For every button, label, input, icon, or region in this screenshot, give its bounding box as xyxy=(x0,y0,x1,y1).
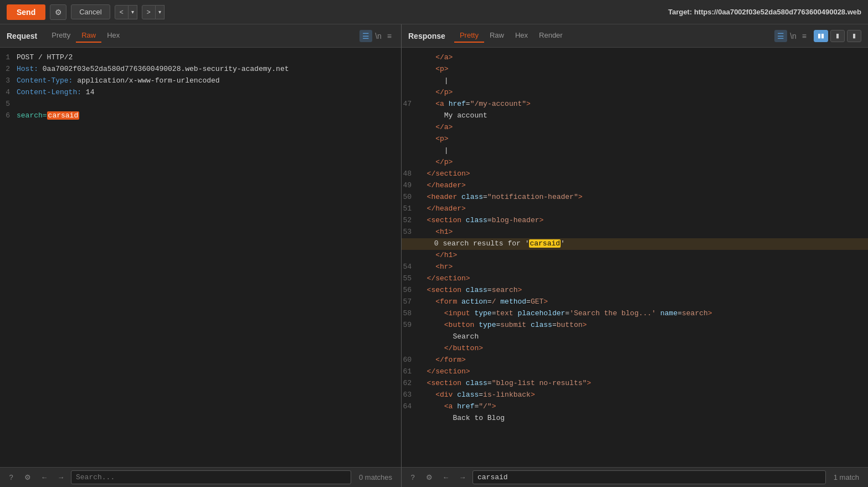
line-number: 56 xyxy=(402,285,418,296)
nav-fwd-group: > ▾ xyxy=(142,5,165,19)
table-row: 57 <form action=/ method=GET> xyxy=(402,296,868,308)
line-number: 5 xyxy=(0,99,17,110)
response-panel: Response Pretty Raw Hex Render ☰ \n ≡ ▮▮… xyxy=(402,24,868,487)
line-content: </section> xyxy=(418,273,868,285)
line-content: <hr> xyxy=(418,262,868,273)
line-content: </p> xyxy=(418,87,868,99)
table-row: 55 </section> xyxy=(402,273,868,285)
response-panel-header: Response Pretty Raw Hex Render ☰ \n ≡ ▮▮… xyxy=(402,24,868,48)
line-content: My account xyxy=(418,110,868,122)
line-number: 51 xyxy=(402,203,418,215)
line-number xyxy=(402,331,418,343)
search-back-btn-response[interactable]: ← xyxy=(439,471,453,484)
line-number xyxy=(402,134,418,145)
nav-fwd-button[interactable]: > xyxy=(142,5,156,19)
table-row: My account xyxy=(402,110,868,122)
search-input-request[interactable] xyxy=(71,470,351,484)
line-number: 62 xyxy=(402,378,418,389)
line-number: 63 xyxy=(402,389,418,401)
line-number: 55 xyxy=(402,273,418,285)
table-row: 48 </section> xyxy=(402,168,868,180)
request-panel-header: Request Pretty Raw Hex ☰ \n ≡ xyxy=(0,24,401,48)
search-fwd-btn-response[interactable]: → xyxy=(456,471,469,484)
line-number xyxy=(402,145,418,157)
newline-icon-response[interactable]: \n xyxy=(787,30,799,42)
nav-back-button[interactable]: < xyxy=(115,5,129,19)
table-row: 0 search results for 'carsaid' xyxy=(402,238,868,250)
send-button[interactable]: Send xyxy=(7,4,45,20)
table-row: </a> xyxy=(402,122,868,134)
wrap-icon-request[interactable]: ≡ xyxy=(384,30,394,42)
line-content: </p> xyxy=(418,157,868,168)
tab-raw-request[interactable]: Raw xyxy=(76,29,101,43)
tab-hex-request[interactable]: Hex xyxy=(101,29,125,43)
line-content: </a> xyxy=(418,52,868,64)
line-content: <input type=text placeholder='Search the… xyxy=(418,308,868,320)
line-number: 57 xyxy=(402,296,418,308)
table-row: 53 <h1> xyxy=(402,227,868,238)
settings-button[interactable]: ⚙ xyxy=(50,4,66,20)
line-number xyxy=(402,64,418,75)
settings-btn-request[interactable]: ⚙ xyxy=(21,471,34,484)
line-content xyxy=(17,99,401,110)
line-number: 61 xyxy=(402,366,418,378)
save-icon-response[interactable]: ☰ xyxy=(774,30,787,42)
table-row: <p> xyxy=(402,134,868,145)
line-number xyxy=(402,250,418,262)
line-content: Back to Blog xyxy=(418,413,868,424)
view-toggle-3[interactable]: ▮ xyxy=(847,30,861,42)
view-toggle-2[interactable]: ▮ xyxy=(830,30,845,42)
nav-fwd-dropdown[interactable]: ▾ xyxy=(156,5,165,19)
line-content: <header class="notification-header"> xyxy=(418,192,868,203)
table-row: 49 </header> xyxy=(402,180,868,192)
line-number: 47 xyxy=(402,99,418,110)
line-content: Host: 0aa7002f03e52da580d7763600490028.w… xyxy=(17,64,401,75)
tab-pretty-request[interactable]: Pretty xyxy=(46,29,76,43)
tab-raw-response[interactable]: Raw xyxy=(484,29,510,43)
help-btn-response[interactable]: ? xyxy=(406,471,419,484)
table-row: 51 </header> xyxy=(402,203,868,215)
line-content: <button type=submit class=button> xyxy=(418,320,868,331)
table-row: <p> xyxy=(402,64,868,75)
table-row: 63 <div class=is-linkback> xyxy=(402,389,868,401)
tab-pretty-response[interactable]: Pretty xyxy=(454,29,484,43)
line-content: Content-Length: 14 xyxy=(17,87,401,99)
help-btn-request[interactable]: ? xyxy=(4,471,18,484)
line-number: 59 xyxy=(402,320,418,331)
top-bar: Send ⚙ Cancel < ▾ > ▾ Target: https://0a… xyxy=(0,0,868,24)
request-code-area[interactable]: 1POST / HTTP/22Host: 0aa7002f03e52da580d… xyxy=(0,48,401,467)
nav-back-dropdown[interactable]: ▾ xyxy=(129,5,137,19)
wrap-icon-response[interactable]: ≡ xyxy=(799,30,809,42)
save-icon-request[interactable]: ☰ xyxy=(359,30,372,42)
settings-btn-response[interactable]: ⚙ xyxy=(423,471,436,484)
line-content: <a href="/"> xyxy=(418,401,868,413)
line-number: 6 xyxy=(0,110,17,122)
table-row: 61 </section> xyxy=(402,366,868,378)
line-number: 3 xyxy=(0,75,17,87)
line-content: <section class=blog-header> xyxy=(418,215,868,227)
search-back-btn-request[interactable]: ← xyxy=(38,471,51,484)
search-input-response[interactable] xyxy=(472,470,826,484)
view-toggle-group: ▮▮ ▮ ▮ xyxy=(814,30,861,42)
table-row: Search xyxy=(402,331,868,343)
response-title: Response xyxy=(408,32,445,40)
table-row: </button> xyxy=(402,343,868,355)
view-toggle-1[interactable]: ▮▮ xyxy=(814,30,828,42)
search-fwd-btn-request[interactable]: → xyxy=(54,471,68,484)
table-row: </a> xyxy=(402,52,868,64)
newline-icon-request[interactable]: \n xyxy=(372,30,384,42)
tab-hex-response[interactable]: Hex xyxy=(510,29,533,43)
line-number xyxy=(402,87,418,99)
tab-render-response[interactable]: Render xyxy=(533,29,568,43)
line-content: </section> xyxy=(418,168,868,180)
match-count-request: 0 matches xyxy=(355,473,397,481)
table-row: 58 <input type=text placeholder='Search … xyxy=(402,308,868,320)
line-content: <div class=is-linkback> xyxy=(418,389,868,401)
response-code-area[interactable]: </a> <p> | </p>47 <a href="/my-account">… xyxy=(402,48,868,467)
line-content: </header> xyxy=(418,203,868,215)
cancel-button[interactable]: Cancel xyxy=(71,4,110,19)
table-row: 3Content-Type: application/x-www-form-ur… xyxy=(0,75,401,87)
request-title: Request xyxy=(7,32,37,40)
line-number xyxy=(402,52,418,64)
line-content: <a href="/my-account"> xyxy=(418,99,868,110)
